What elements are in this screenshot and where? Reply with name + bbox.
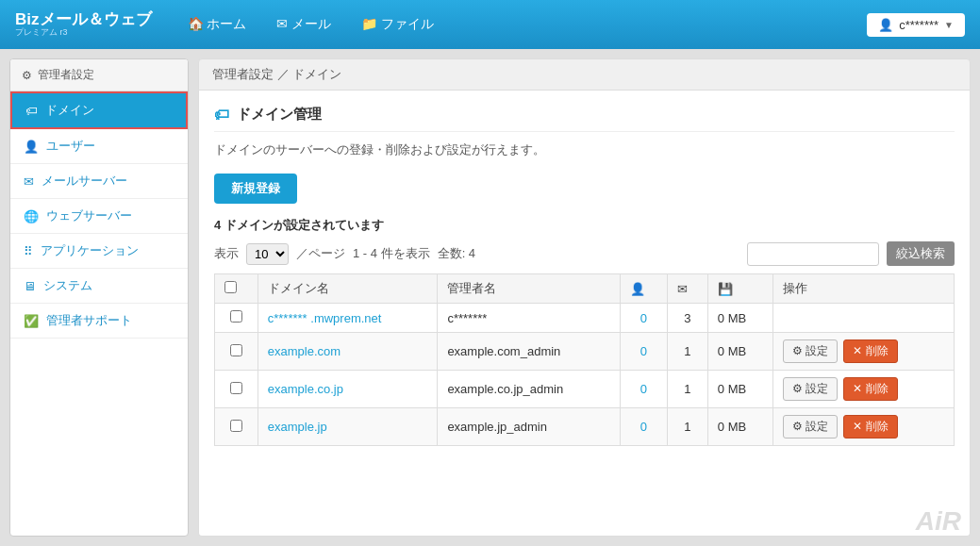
mail-count-cell: 1: [667, 371, 707, 408]
sidebar-item-mailserver[interactable]: ✉ メールサーバー: [10, 164, 188, 199]
sidebar-item-system[interactable]: 🖥 システム: [10, 269, 188, 304]
domain-name-cell[interactable]: example.co.jp: [257, 371, 438, 408]
users-count-cell: 0: [620, 333, 667, 371]
domain-count-label: 4 ドメインが設定されています: [214, 217, 955, 234]
delete-button[interactable]: ✕ 削除: [843, 415, 897, 438]
sidebar-section-title: ⚙ 管理者設定: [10, 59, 188, 91]
settings-button[interactable]: ⚙ 設定: [783, 377, 838, 401]
user-icon: 👤: [24, 140, 39, 154]
support-icon: ✅: [24, 314, 39, 328]
sidebar-item-label: 管理者サポート: [46, 312, 132, 329]
content-inner: 🏷 ドメイン管理 ドメインのサーバーへの登録・削除および設定が行えます。 新規登…: [198, 91, 971, 537]
search-button[interactable]: 絞込検索: [887, 241, 955, 266]
sidebar-item-label: ドメイン: [45, 102, 94, 119]
section-header: 🏷 ドメイン管理: [214, 106, 955, 132]
row-checkbox-cell: [215, 371, 258, 408]
delete-button[interactable]: ✕ 削除: [843, 377, 897, 401]
row-checkbox[interactable]: [230, 382, 242, 394]
row-checkbox-cell: [215, 304, 258, 333]
mail-count-cell: 3: [667, 304, 707, 333]
table-row: example.co.jpexample.co.jp_admin010 MB⚙ …: [215, 371, 955, 408]
breadcrumb-domain: ドメイン: [292, 67, 341, 81]
th-disk: 💾: [707, 274, 772, 304]
user-menu[interactable]: 👤 c******* ▼: [867, 13, 965, 37]
domain-table: ドメイン名 管理者名 👤 ✉ 💾 操作 c******* .mwprem.net…: [214, 273, 955, 446]
user-label: c*******: [899, 18, 938, 32]
table-row: example.jpexample.jp_admin010 MB⚙ 設定✕ 削除: [215, 408, 955, 446]
sidebar-item-label: ウェブサーバー: [46, 207, 132, 224]
sidebar-item-application[interactable]: ⠿ アプリケーション: [10, 234, 188, 269]
per-page-label: ／ページ: [296, 245, 345, 262]
logo-sub: プレミアム r3: [15, 28, 152, 38]
main-layout: ⚙ 管理者設定 🏷 ドメイン 👤 ユーザー ✉ メールサーバー 🌐 ウェブサーバ…: [0, 49, 980, 546]
sidebar-item-label: システム: [43, 277, 92, 294]
header-nav: 🏠 🏠 ホームホーム ✉ メール 📁 ファイル: [174, 10, 868, 39]
sidebar-item-user[interactable]: 👤 ユーザー: [10, 129, 188, 164]
user-icon: 👤: [878, 18, 893, 32]
th-domain-name: ドメイン名: [257, 274, 438, 304]
system-icon: 🖥: [24, 279, 36, 293]
users-count-cell: 0: [620, 408, 667, 446]
settings-button[interactable]: ⚙ 設定: [783, 339, 838, 363]
row-checkbox-cell: [215, 408, 258, 446]
actions-cell: [772, 304, 954, 333]
row-checkbox[interactable]: [230, 420, 242, 432]
app-icon: ⠿: [24, 244, 33, 258]
admin-name-cell: c*******: [438, 304, 621, 333]
domain-name-cell[interactable]: c******* .mwprem.net: [257, 304, 438, 333]
gear-icon: ⚙: [22, 69, 32, 82]
header: Bizメール＆ウェブ プレミアム r3 🏠 🏠 ホームホーム ✉ メール 📁 フ…: [0, 0, 980, 49]
users-count-cell: 0: [620, 304, 667, 333]
action-buttons: ⚙ 設定✕ 削除: [783, 415, 944, 438]
disk-cell: 0 MB: [707, 304, 772, 333]
web-icon: 🌐: [24, 209, 39, 223]
action-buttons: ⚙ 設定✕ 削除: [783, 377, 944, 401]
users-count-cell: 0: [620, 371, 667, 408]
breadcrumb-admin: 管理者設定: [212, 67, 274, 81]
table-controls: 表示 10 25 50 ／ページ 1 - 4 件を表示 全数: 4 絞込検索: [214, 241, 955, 266]
user-dropdown-arrow: ▼: [944, 20, 954, 30]
domain-name-cell[interactable]: example.jp: [257, 408, 438, 446]
new-register-button[interactable]: 新規登録: [214, 174, 297, 204]
sidebar-item-domain[interactable]: 🏷 ドメイン: [10, 91, 188, 129]
sidebar-item-adminsupport[interactable]: ✅ 管理者サポート: [10, 304, 188, 339]
breadcrumb: 管理者設定 ／ ドメイン: [198, 58, 971, 91]
actions-cell: ⚙ 設定✕ 削除: [772, 408, 954, 446]
th-actions: 操作: [772, 274, 954, 304]
sidebar-item-label: メールサーバー: [42, 173, 127, 190]
mail-icon: ✉: [24, 174, 34, 189]
select-all-checkbox[interactable]: [224, 281, 237, 293]
row-checkbox[interactable]: [230, 344, 242, 356]
th-checkbox: [215, 274, 258, 304]
display-label: 表示: [214, 245, 239, 262]
table-row: c******* .mwprem.netc*******030 MB: [215, 304, 955, 333]
table-row: example.comexample.com_admin010 MB⚙ 設定✕ …: [215, 333, 955, 371]
disk-cell: 0 MB: [707, 408, 772, 446]
settings-button[interactable]: ⚙ 設定: [783, 415, 838, 438]
section-icon: 🏷: [214, 107, 229, 124]
total-label: 全数: 4: [438, 245, 475, 262]
nav-home[interactable]: 🏠 🏠 ホームホーム: [174, 10, 260, 39]
admin-name-cell: example.jp_admin: [438, 408, 621, 446]
search-input[interactable]: [747, 242, 879, 266]
sidebar-item-label: ユーザー: [46, 138, 95, 155]
th-admin-name: 管理者名: [438, 274, 621, 304]
domain-icon: 🏷: [25, 104, 38, 118]
per-page-select[interactable]: 10 25 50: [246, 243, 289, 265]
delete-button[interactable]: ✕ 削除: [843, 339, 897, 363]
logo: Bizメール＆ウェブ プレミアム r3: [15, 11, 152, 39]
domain-name-cell[interactable]: example.com: [257, 333, 438, 371]
nav-file[interactable]: 📁 ファイル: [348, 10, 447, 39]
row-checkbox-cell: [215, 333, 258, 371]
action-buttons: ⚙ 設定✕ 削除: [783, 339, 944, 363]
breadcrumb-separator: ／: [277, 67, 293, 81]
disk-cell: 0 MB: [707, 371, 772, 408]
section-title-text: ドメイン管理: [237, 106, 322, 124]
row-checkbox[interactable]: [230, 310, 242, 323]
sidebar-item-webserver[interactable]: 🌐 ウェブサーバー: [10, 199, 188, 234]
nav-mail[interactable]: ✉ メール: [263, 10, 344, 39]
logo-main: Bizメール＆ウェブ: [15, 11, 152, 29]
content-area: 管理者設定 ／ ドメイン 🏷 ドメイン管理 ドメインのサーバーへの登録・削除およ…: [198, 58, 971, 537]
mail-count-cell: 1: [667, 333, 707, 371]
sidebar: ⚙ 管理者設定 🏷 ドメイン 👤 ユーザー ✉ メールサーバー 🌐 ウェブサーバ…: [9, 58, 189, 537]
